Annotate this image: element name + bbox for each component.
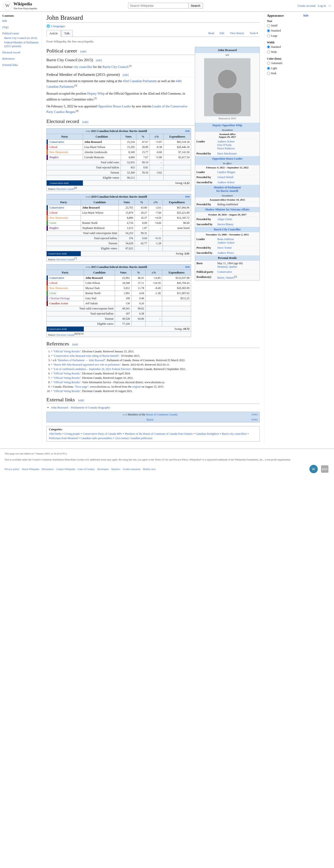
logo[interactable]: W Wikipedia The Free Encyclopedia (3, 1, 37, 10)
hide-2019[interactable]: hide (185, 195, 190, 198)
hide-2015[interactable]: hide (185, 266, 190, 268)
tab-edit[interactable]: Edit (218, 30, 226, 36)
wikipedia-tagline: The Free Encyclopedia (13, 7, 37, 10)
election-2019-title: 2019 Canadian federal election: Barrie–I… (91, 195, 147, 198)
infobox-preceded2-label: Preceded by (195, 175, 216, 180)
infobox-leader5-label: Leader (195, 237, 216, 245)
infobox-succeeded4-label: Succeeded by (195, 222, 216, 227)
infobox-role2: Opposition House Leader (195, 156, 260, 161)
tab-view-history[interactable]: View history (228, 30, 246, 36)
infobox-preceded2: Gérard Deltell (216, 175, 260, 180)
tab-read[interactable]: Read (206, 30, 216, 36)
sidebar-item-political-career[interactable]: Political career (2, 32, 39, 35)
category-link[interactable]: Canadian firefighters (195, 432, 219, 436)
infobox-succeeded4: Steven Blaney (216, 222, 260, 227)
table-row: Total valid votes/expense limit 49,341 9… (47, 306, 191, 311)
table-row: Green Bonnie North 4,716 8.69 +4.66 $0.0… (47, 220, 191, 225)
infobox-leader2: Candice Bergen (216, 169, 260, 175)
search-input[interactable] (128, 3, 188, 8)
federal-mp-edit[interactable]: [edit] (123, 73, 129, 76)
text-label: Text (267, 20, 308, 23)
external-links-edit[interactable]: [edit] (78, 399, 84, 402)
infobox-dates2: February 4, 2022 – September 12, 2022 (195, 165, 260, 169)
radio-light[interactable] (267, 67, 270, 70)
appearance-hide[interactable]: hide (303, 14, 308, 18)
infobox-caption: Brassard in 2019 (196, 116, 258, 120)
infobox-preceded3-label: Preceded by (195, 202, 216, 207)
col-candidate-2015: Candidate (84, 270, 115, 276)
footer-mobile[interactable]: Mobile view (143, 468, 156, 470)
sidebar-item-references[interactable]: References (2, 57, 39, 61)
table-row: People's Stephanie Robinson 1,013 1.87 –… (47, 225, 191, 230)
col-party-2015: Party (47, 270, 84, 276)
category-link[interactable]: 21st-century Canadian politicians (115, 437, 152, 440)
table-row: New Democratic Myrna Clark 5,812 11.78 -… (47, 286, 191, 291)
wikipedia-logo-icon: W (3, 1, 12, 10)
category-link[interactable]: Members of the House of Commons of Canad… (125, 432, 193, 436)
footer-cookie[interactable]: Cookie statement (123, 468, 141, 470)
sidebar-item-electoral[interactable]: Electoral record (2, 51, 39, 54)
radio-large[interactable] (267, 34, 270, 37)
election-table-2015: v·t·e 2015 Canadian federal election: Ba… (47, 264, 191, 337)
infobox-succeeded5: Andrew Prince (216, 250, 260, 255)
barrie-city-edit[interactable]: [edit] (96, 59, 102, 62)
color-label: Color (beta) (267, 57, 308, 61)
footer-links: Privacy policy About Wikipedia Disclaime… (5, 468, 156, 470)
tab-talk[interactable]: Talk (61, 30, 72, 37)
sidebar-item-barrie-city[interactable]: Barrie City Council (to 2015) (4, 36, 37, 40)
sidebar-item-federal-mp[interactable]: Federal Member of Parliament (2015–prese… (4, 41, 38, 48)
radio-small[interactable] (267, 24, 270, 27)
hide-2021[interactable]: hide (185, 129, 190, 132)
radio-width-standard[interactable] (267, 45, 270, 49)
category-link[interactable]: Barrie city councillors (222, 432, 247, 436)
references-list: ^ "Official Voting Results". Elections C… (47, 350, 260, 393)
search-button[interactable]: Search (188, 3, 203, 8)
tab-tools[interactable]: Tools ▾ (248, 30, 260, 36)
electoral-record-edit[interactable]: [edit] (82, 120, 88, 124)
members-box-subheader: Barrie [hide] (47, 417, 260, 422)
radio-dark[interactable] (267, 72, 270, 75)
sidebar-hide-link[interactable]: hide (2, 19, 7, 23)
political-career-edit[interactable]: [edit] (80, 50, 86, 53)
category-link[interactable]: Living people (64, 432, 80, 436)
page-title: John Brassard (47, 14, 260, 23)
category-link[interactable]: Canadian radio personalities (81, 437, 112, 440)
language-links[interactable]: 🌐 2 languages (47, 24, 260, 28)
table-row: Eligible voters 87,025 (47, 246, 191, 251)
footer-about[interactable]: About Wikipedia (22, 468, 39, 470)
more-options-icon[interactable]: ⋯ (328, 4, 331, 8)
table-row: Liberal Lisa-Marie Wilson 15,879 29.27 -… (47, 210, 191, 215)
sidebar-item-top[interactable]: (Top) (2, 26, 39, 29)
footer-disclaimers[interactable]: Disclaimers (41, 468, 54, 470)
table-row: Green Bonnie North 1,991 4.04 -1.28 $11,… (47, 291, 191, 296)
list-item: ^ "Official Voting Results". Elections C… (51, 390, 260, 393)
table-row: Eligible voters 90,212 (47, 175, 191, 181)
election-table-2019: v·t·e 2019 Canadian federal election: Ba… (47, 194, 191, 262)
infobox-dates5: November 13, 2006 – November 2, 2015 (195, 232, 260, 237)
login-link[interactable]: Log in (318, 4, 326, 8)
radio-standard[interactable] (267, 29, 270, 32)
article: John Brassard 🌐 2 languages Article Talk… (42, 11, 265, 444)
footer-statistics[interactable]: Statistics (111, 468, 120, 470)
references-edit[interactable]: [edit] (72, 343, 78, 346)
parliament-bio-link[interactable]: John Brassard – Parliament of Canada bio… (51, 406, 110, 409)
sidebar-item-external-links[interactable]: External links (2, 63, 39, 67)
infobox-leader1-values: Andrew Scheer Erin O'Toole Pierre Poilie… (216, 139, 260, 151)
category-link[interactable]: 1964 births (49, 432, 61, 436)
category-link[interactable]: Politicians from Montreal (49, 437, 78, 440)
table-row: People's Corrado Brancato 4,060 7.67 +5.… (47, 155, 191, 160)
category-link[interactable]: Conservative Party of Canada MPs (83, 432, 122, 436)
tab-article[interactable]: Article (47, 30, 61, 37)
table-row: Conservative John Brassard 25,234 47.67 … (47, 140, 191, 145)
infobox-preceded3: Riding established (216, 202, 260, 207)
create-account-link[interactable]: Create account (298, 4, 316, 8)
vte-2021[interactable]: v·t·e (86, 130, 90, 132)
footer-privacy[interactable]: Privacy policy (5, 468, 20, 470)
radio-width-wide[interactable] (267, 51, 270, 54)
footer-contact[interactable]: Contact Wikipedia (56, 468, 75, 470)
vte-2019[interactable]: v·t·e (86, 195, 90, 198)
footer-developers[interactable]: Developers (97, 468, 109, 470)
vte-2015[interactable]: v·t·e (86, 266, 90, 268)
radio-automatic[interactable] (267, 62, 270, 65)
footer-conduct[interactable]: Code of Conduct (78, 468, 95, 470)
